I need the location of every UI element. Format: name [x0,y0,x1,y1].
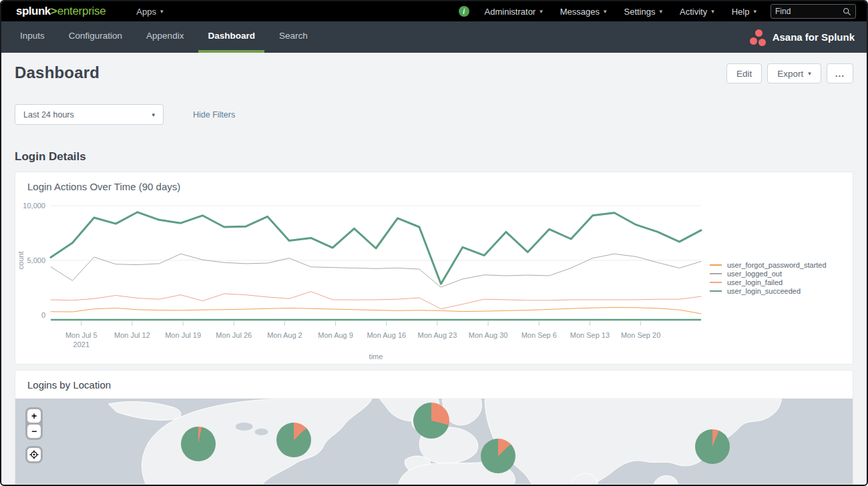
topnav-menu-settings[interactable]: Settings▾ [616,1,672,21]
topnav-menu-help[interactable]: Help▾ [723,1,765,21]
tab-appendix[interactable]: Appendix [137,21,193,53]
topnav-menu-administrator[interactable]: Administrator▾ [476,1,552,21]
chevron-down-icon: ▾ [808,70,811,77]
chevron-down-icon: ▾ [160,8,164,15]
location-pie-4[interactable] [481,439,515,473]
top-nav-bar: splunk > enterprise Apps ▾ i Administrat… [1,1,867,21]
topnav-menu-messages[interactable]: Messages▾ [552,1,616,21]
search-icon [843,7,851,16]
menu-label: Settings [624,7,656,17]
find-input[interactable] [775,7,843,16]
svg-text:Mon Sep 20: Mon Sep 20 [621,331,660,339]
location-pie-5[interactable] [695,429,730,464]
login-actions-chart: 05,00010,000Mon Jul 52021Mon Jul 12Mon J… [15,196,710,360]
zoom-in-button[interactable]: + [27,409,41,423]
app-nav-bar: InputsConfigurationAppendixDashboardSear… [1,21,867,53]
menu-label: Help [732,7,750,17]
world-map[interactable]: + − [15,399,853,484]
svg-text:2021: 2021 [73,340,89,348]
logins-by-location-panel: Logins by Location [15,370,853,485]
time-range-dropdown[interactable]: Last 24 hours ▾ [15,104,164,125]
chevron-down-icon: ▾ [753,8,756,15]
tab-search[interactable]: Search [270,21,317,53]
legend-item-user_forgot_password_started[interactable]: user_forgot_password_started [710,260,843,269]
crosshair-icon [29,450,39,459]
map-title: Logins by Location [15,371,853,399]
topnav-right: i Administrator▾Messages▾Settings▾Activi… [459,1,860,21]
chart-title: Login Actions Over Time (90 days) [15,172,853,196]
app-name: Asana for Splunk [773,31,855,43]
info-icon[interactable]: i [459,6,469,17]
apps-menu-label: Apps [136,7,156,17]
great-lake-1 [236,423,253,431]
page-title: Dashboard [15,63,99,82]
chart-legend: user_forgot_password_starteduser_logged_… [710,260,843,360]
legend-label: user_logged_out [727,270,782,278]
locate-control [25,446,43,463]
land-asia [485,399,781,484]
logo-splunk-text: splunk [16,5,51,18]
locate-button[interactable] [27,448,41,461]
zoom-control: + − [25,407,43,440]
legend-swatch [710,264,722,266]
dashboard-main: Dashboard Edit Export ▾ ... Last 24 hour… [1,53,867,485]
apps-menu[interactable]: Apps ▾ [136,7,163,17]
location-pie-3[interactable] [413,403,449,439]
svg-text:5,000: 5,000 [27,256,45,264]
svg-text:Mon Aug 9: Mon Aug 9 [318,331,353,339]
appbar-right: Asana for Splunk [748,21,860,53]
logo-gt-symbol: > [51,5,57,18]
legend-label: user_login_failed [727,278,783,286]
topnav-menu-activity[interactable]: Activity▾ [671,1,723,21]
menu-label: Administrator [485,7,536,17]
svg-text:Mon Aug 2: Mon Aug 2 [267,331,302,339]
hide-filters-link[interactable]: Hide Filters [193,110,235,119]
splunk-window: splunk > enterprise Apps ▾ i Administrat… [0,0,868,486]
chevron-down-icon: ▾ [604,8,607,15]
location-pie-2[interactable] [276,423,311,457]
more-button-label: ... [835,69,845,79]
asana-logo-icon [748,29,766,46]
svg-text:0: 0 [41,311,45,319]
legend-item-user_login_succeeded[interactable]: user_login_succeeded [710,286,843,295]
more-actions-button[interactable]: ... [827,63,853,83]
time-range-value: Last 24 hours [23,110,74,119]
svg-text:Mon Jul 19: Mon Jul 19 [165,331,201,339]
zoom-out-button[interactable]: − [27,425,41,438]
svg-text:Mon Sep 6: Mon Sep 6 [521,331,557,339]
location-pie-1[interactable] [181,427,216,461]
legend-swatch [710,290,722,292]
export-button[interactable]: Export ▾ [767,63,821,83]
svg-text:Mon Aug 16: Mon Aug 16 [367,331,406,339]
svg-text:time: time [369,352,383,360]
legend-swatch [710,282,722,283]
menu-label: Activity [680,7,707,17]
app-tabs: InputsConfigurationAppendixDashboardSear… [8,21,320,53]
legend-swatch [710,273,722,274]
chevron-down-icon: ▾ [659,8,662,15]
export-button-label: Export [777,69,803,79]
great-lake-2 [255,429,268,435]
tab-inputs[interactable]: Inputs [11,21,54,53]
splunk-logo[interactable]: splunk > enterprise [16,5,105,18]
chart-area: 05,00010,000Mon Jul 52021Mon Jul 12Mon J… [15,196,853,364]
edit-button-label: Edit [736,69,752,79]
tab-configuration[interactable]: Configuration [59,21,132,53]
page-actions: Edit Export ▾ ... [726,63,853,83]
legend-label: user_login_succeeded [727,287,801,295]
chevron-down-icon: ▾ [711,8,714,15]
svg-text:Mon Jul 5: Mon Jul 5 [65,331,97,339]
tab-dashboard[interactable]: Dashboard [198,21,264,53]
edit-button[interactable]: Edit [726,63,762,83]
map-controls: + − [25,407,43,463]
svg-text:Mon Jul 12: Mon Jul 12 [114,331,150,339]
svg-text:count: count [17,252,25,270]
svg-text:10,000: 10,000 [23,202,45,210]
svg-text:Mon Aug 23: Mon Aug 23 [418,331,457,339]
svg-text:Mon Sep 13: Mon Sep 13 [570,331,610,339]
legend-item-user_login_failed[interactable]: user_login_failed [710,278,843,286]
legend-item-user_logged_out[interactable]: user_logged_out [710,269,843,278]
find-search-box[interactable] [771,4,856,19]
legend-label: user_forgot_password_started [727,261,827,269]
page-header: Dashboard Edit Export ▾ ... [15,53,853,83]
